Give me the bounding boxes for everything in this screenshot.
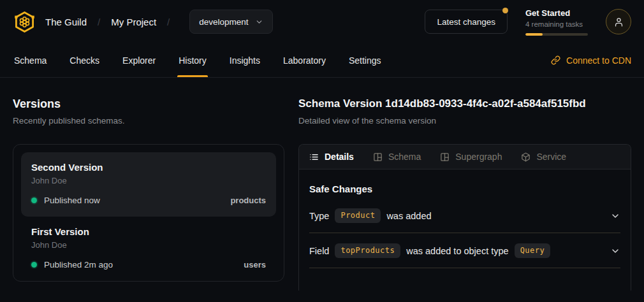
code-badge: Query — [515, 243, 551, 258]
tab-service[interactable]: Service — [521, 152, 566, 162]
target-select[interactable]: development — [189, 10, 272, 34]
nav-tab-settings[interactable]: Settings — [348, 43, 383, 77]
nav-tab-explorer[interactable]: Explorer — [121, 43, 157, 77]
chevron-down-icon[interactable] — [610, 211, 620, 221]
versions-list: Second Version John Doe Published now pr… — [13, 144, 284, 282]
tab-service-label: Service — [536, 152, 566, 162]
change-text: Type — [309, 211, 329, 221]
version-name: First Version — [31, 226, 266, 238]
get-started-progress-fill — [525, 33, 543, 36]
version-list-item[interactable]: First Version John Doe Published 2m ago … — [21, 217, 276, 281]
user-menu-button[interactable] — [606, 9, 631, 34]
nav-tab-checks[interactable]: Checks — [68, 43, 101, 77]
breadcrumb-org[interactable]: The Guild — [45, 17, 87, 27]
columns-icon — [373, 152, 383, 162]
link-icon — [551, 55, 560, 65]
get-started-title: Get Started — [525, 8, 588, 18]
get-started-progress — [525, 33, 588, 36]
schema-version-title: Schema Version 1d14db83-0933-4f4c-a02f-a… — [298, 97, 631, 111]
cube-icon — [521, 152, 531, 162]
get-started-widget[interactable]: Get Started 4 remaining tasks — [525, 8, 588, 36]
tab-details[interactable]: Details — [309, 152, 354, 162]
header-actions: Latest changes Get Started 4 remaining t… — [425, 8, 631, 36]
latest-changes-button[interactable]: Latest changes — [425, 10, 508, 34]
get-started-subtitle: 4 remaining tasks — [525, 20, 588, 29]
detail-content: Safe Changes Type Product was added Fiel… — [299, 169, 631, 268]
tab-schema-label: Schema — [388, 152, 421, 162]
version-name: Second Version — [31, 161, 266, 173]
version-meta: Published 2m ago users — [31, 260, 266, 270]
change-row-field-added[interactable]: Field topProducts was added to object ty… — [309, 233, 620, 268]
target-select-value: development — [199, 17, 248, 27]
breadcrumb: The Guild / My Project / development — [13, 10, 273, 34]
tab-supergraph[interactable]: Supergraph — [440, 152, 502, 162]
detail-tabs: Details Schema Sup — [299, 145, 631, 169]
connect-to-cdn-label: Connect to CDN — [566, 55, 631, 66]
app-header: The Guild / My Project / development Lat… — [0, 0, 644, 43]
chevron-down-icon — [255, 18, 263, 26]
nav-tab-insights[interactable]: Insights — [228, 43, 261, 77]
safe-changes-title: Safe Changes — [309, 183, 620, 194]
nav-tabs: Schema Checks Explorer History Insights … — [13, 43, 383, 77]
columns-icon — [440, 152, 450, 162]
version-meta: Published now products — [31, 196, 266, 205]
schema-version-column: Schema Version 1d14db83-0933-4f4c-a02f-a… — [298, 97, 631, 291]
change-text: was added to object type — [406, 246, 508, 256]
schema-version-detail-panel: Details Schema Sup — [298, 144, 631, 291]
tab-details-label: Details — [325, 152, 354, 162]
version-list-item[interactable]: Second Version John Doe Published now pr… — [21, 152, 276, 217]
version-author: John Doe — [31, 240, 266, 250]
versions-column: Versions Recently published schemas. Sec… — [13, 97, 284, 291]
change-row-type-added[interactable]: Type Product was added — [309, 198, 620, 233]
service-name: products — [230, 196, 266, 205]
published-status-dot — [31, 262, 37, 268]
latest-changes-label: Latest changes — [437, 17, 495, 27]
change-text: Field — [309, 246, 329, 256]
change-text: was added — [386, 211, 431, 221]
nav-tab-laboratory[interactable]: Laboratory — [282, 43, 327, 77]
tab-supergraph-label: Supergraph — [455, 152, 502, 162]
versions-subtitle: Recently published schemas. — [13, 115, 284, 126]
notification-dot — [502, 8, 508, 13]
list-icon — [309, 152, 319, 162]
published-label: Published 2m ago — [44, 260, 113, 270]
published-status-dot — [31, 198, 37, 203]
nav-tab-schema[interactable]: Schema — [13, 43, 48, 77]
schema-version-subtitle: Detailed view of the schema version — [298, 115, 631, 126]
versions-title: Versions — [13, 97, 284, 111]
main-content: Versions Recently published schemas. Sec… — [0, 78, 644, 291]
code-badge: topProducts — [335, 243, 400, 258]
breadcrumb-separator: / — [167, 17, 170, 27]
published-label: Published now — [44, 196, 100, 205]
chevron-down-icon[interactable] — [610, 246, 620, 256]
tab-schema[interactable]: Schema — [373, 152, 421, 162]
breadcrumb-separator: / — [98, 17, 100, 27]
code-badge: Product — [335, 208, 381, 223]
connect-to-cdn-link[interactable]: Connect to CDN — [551, 43, 631, 77]
version-author: John Doe — [31, 176, 266, 186]
guild-logo-icon[interactable] — [13, 10, 36, 34]
user-icon — [613, 17, 624, 27]
main-nav: Schema Checks Explorer History Insights … — [0, 43, 644, 78]
breadcrumb-project[interactable]: My Project — [111, 17, 156, 27]
service-name: users — [244, 260, 266, 270]
nav-tab-history[interactable]: History — [177, 43, 208, 77]
